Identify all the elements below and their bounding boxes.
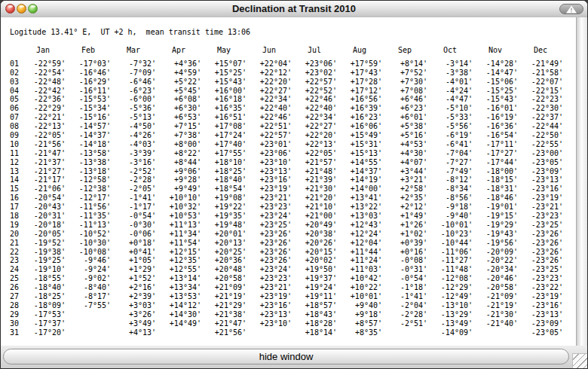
close-button[interactable] xyxy=(5,4,15,14)
declination-value: -17°03' xyxy=(66,59,111,69)
day-label: 24 xyxy=(10,265,20,274)
declination-value: -18°31' xyxy=(473,184,518,194)
declination-value: +7°08' xyxy=(382,87,427,96)
declination-value: -14°09' xyxy=(427,328,473,337)
declination-value: +21°20' xyxy=(292,194,337,203)
declination-value: -23°26' xyxy=(518,256,563,265)
table-row: 29-17°53'+3°26'+14°30'+21°38'+23°13'+18°… xyxy=(10,310,563,319)
declination-value: +21°30' xyxy=(292,184,337,194)
content-area: Logitude 13.41° E, UT +2 h, mean transit… xyxy=(1,17,587,347)
declination-value: +22°13' xyxy=(292,140,337,149)
declination-value: -17°27' xyxy=(473,149,518,158)
declination-value: +23°26' xyxy=(247,239,292,248)
declination-value: +20°48' xyxy=(201,265,247,274)
declination-value: -8°12' xyxy=(427,175,473,184)
declination-value: +18°57' xyxy=(292,301,337,310)
declination-value: -20°31' xyxy=(20,212,66,221)
info-line: Logitude 13.41° E, UT +2 h, mean transit… xyxy=(10,28,250,37)
zoom-button[interactable] xyxy=(28,4,38,14)
declination-value: -22°13' xyxy=(20,122,66,131)
month-header: May xyxy=(201,46,247,55)
declination-value: +17°59' xyxy=(337,59,382,69)
day-label: 16 xyxy=(10,194,20,203)
declination-value: +15°07' xyxy=(201,59,247,69)
declination-value: +10°10' xyxy=(156,194,201,203)
declination-value: +14°00' xyxy=(337,184,382,194)
declination-value: -1°41' xyxy=(111,194,156,203)
day-label: 31 xyxy=(10,328,20,337)
declination-value: +23°25' xyxy=(247,221,292,230)
declination-value: +10°32' xyxy=(156,203,201,212)
declination-value: -9°02' xyxy=(66,274,111,283)
declination-value: +6°23' xyxy=(382,104,427,113)
declination-value: +21°29' xyxy=(201,301,247,310)
declination-value: -13°58' xyxy=(66,149,111,158)
declination-value: +23°24' xyxy=(247,265,292,274)
declination-value: -2°28' xyxy=(382,310,427,319)
declination-value: -22°37' xyxy=(518,113,563,122)
declination-value: +1°02' xyxy=(382,230,427,239)
declination-value: +0°41' xyxy=(111,248,156,257)
declination-value: +18°14' xyxy=(292,328,337,337)
declination-value: -17°44' xyxy=(473,158,518,167)
table-row: 16-20°54'-12°17'-1°41'+10°10'+19°08'+23°… xyxy=(10,194,563,203)
declination-value: -8°17' xyxy=(66,292,111,301)
declination-value: +2°12' xyxy=(382,203,427,212)
declination-value: +16°51' xyxy=(201,113,247,122)
table-row: 15-21°06'-12°38'-2°05'+9°49'+18°54'+23°1… xyxy=(10,184,563,194)
declination-value: +5°22' xyxy=(156,78,201,87)
declination-value: -22°44' xyxy=(518,122,563,131)
declination-value: +13°22' xyxy=(337,203,382,212)
declination-value: -20°34' xyxy=(473,265,518,274)
minimize-button[interactable] xyxy=(17,4,26,14)
resize-grip[interactable] xyxy=(572,353,587,368)
hide-window-button[interactable]: hide window xyxy=(3,349,569,364)
declination-value: -6°23' xyxy=(111,87,156,96)
declination-value: -15°43' xyxy=(473,95,518,104)
declination-value: -21°19' xyxy=(473,301,518,310)
declination-value: +8°00' xyxy=(156,140,201,149)
declination-value: -16°01' xyxy=(473,104,518,113)
declination-value: +21°10' xyxy=(292,203,337,212)
declination-value: +20°15' xyxy=(292,248,337,257)
declination-value: -9°46' xyxy=(66,256,111,265)
declination-value: -16°29' xyxy=(66,78,111,87)
declination-value: +16°06' xyxy=(337,122,382,131)
declination-value: -19°29' xyxy=(473,221,518,230)
months-header-row: JanFebMarAprMayJunJulAugSepOctNovDec xyxy=(10,46,563,55)
declination-value: -11°56' xyxy=(66,203,111,212)
day-label: 20 xyxy=(10,230,20,239)
declination-value: +22°27' xyxy=(247,87,292,96)
title-bar[interactable]: Declination at Transit 2010 xyxy=(1,1,587,18)
declination-value: +1°26' xyxy=(382,221,427,230)
vertical-scrollbar[interactable] xyxy=(576,17,587,346)
declination-value: +22°34' xyxy=(292,113,337,122)
table-row: 30-17°37'+3°49'+14°49'+21°47'+23°10'+18°… xyxy=(10,319,563,328)
declination-value: -3°38' xyxy=(427,69,473,78)
declination-value: -13°38' xyxy=(66,158,111,167)
declination-value: +17°24' xyxy=(201,131,247,140)
table-row: 28-18°09'-7°55'+3°03'+14°12'+21°29'+23°1… xyxy=(10,301,563,310)
declination-value: -7°55' xyxy=(66,301,111,310)
declination-value: +19°35' xyxy=(201,212,247,221)
declination-value: -16°11' xyxy=(66,87,111,96)
hide-window-label: hide window xyxy=(259,351,314,362)
declination-value: -23°26' xyxy=(518,248,563,257)
declination-value: +17°12' xyxy=(337,87,382,96)
declination-value: -5°33' xyxy=(427,113,473,122)
declination-value: -19°56' xyxy=(473,239,518,248)
declination-value: +20°13' xyxy=(201,239,247,248)
declination-value: +22°57' xyxy=(247,131,292,140)
day-label: 08 xyxy=(10,122,20,131)
toolbar-warning-button[interactable] xyxy=(559,4,583,14)
declination-value: -20°46' xyxy=(473,274,518,283)
declination-value: +18°25' xyxy=(201,167,247,176)
declination-value: +23°06' xyxy=(247,149,292,158)
declination-value: -20°05' xyxy=(20,230,66,239)
table-row: 13-21°27'-13°18'-2°52'+9°06'+18°25'+23°1… xyxy=(10,167,563,176)
declination-value: +8°22' xyxy=(156,149,201,158)
declination-value: -23°19' xyxy=(518,292,563,301)
declination-value: +14°30' xyxy=(156,310,201,319)
declination-value: -20°43' xyxy=(20,203,66,212)
declination-value: +5°45' xyxy=(156,87,201,96)
